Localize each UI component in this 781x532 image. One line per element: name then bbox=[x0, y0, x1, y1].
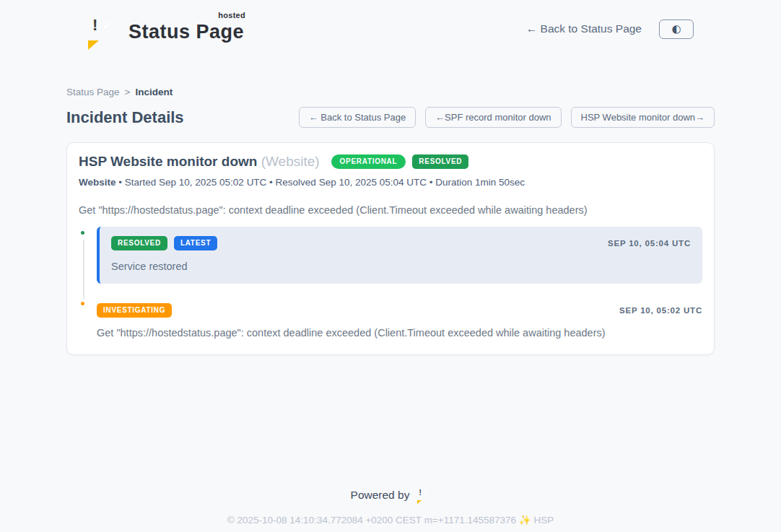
breadcrumb-status-page[interactable]: Status Page bbox=[66, 87, 120, 97]
timeline-timestamp: SEP 10, 05:02 UTC bbox=[619, 306, 702, 315]
timeline-latest-badge: LATEST bbox=[174, 236, 217, 250]
copyright-line: © 2025-10-08 14:10:34.772084 +0200 CEST … bbox=[0, 514, 781, 526]
mini-checkmark-icon: ✓ bbox=[424, 491, 429, 497]
powered-by-label: Powered by bbox=[351, 489, 410, 502]
title-row: Incident Details ← Back to Status Page ←… bbox=[66, 107, 715, 128]
incident-card: HSP Website monitor down (Website) OPERA… bbox=[66, 142, 715, 355]
copyright-suffix: HSP bbox=[533, 515, 554, 526]
timeline-rail bbox=[83, 240, 84, 307]
incident-nav-buttons: ← Back to Status Page ←SPF record monito… bbox=[299, 107, 715, 128]
mini-exclamation-icon: ! bbox=[419, 489, 421, 497]
logo-text: Status Pagehosted bbox=[128, 15, 244, 43]
footer: Powered by ! ✓ © 2025-10-08 14:10:34.772… bbox=[0, 488, 781, 526]
incident-title-row: HSP Website monitor down (Website) OPERA… bbox=[79, 154, 702, 170]
breadcrumb: Status Page>Incident bbox=[66, 87, 715, 97]
timeline-resolved-badge: RESOLVED bbox=[111, 236, 167, 250]
exclamation-icon: ! bbox=[92, 17, 97, 33]
meta-details: • Started Sep 10, 2025 05:02 UTC • Resol… bbox=[116, 177, 525, 188]
timeline-message: Service restored bbox=[111, 261, 691, 272]
incident-description: Get "https://hostedstatus.page": context… bbox=[79, 204, 702, 216]
page-title: Incident Details bbox=[66, 108, 184, 127]
next-incident-button[interactable]: HSP Website monitor down→ bbox=[571, 107, 715, 128]
checkmark-icon: ✓ bbox=[102, 19, 113, 32]
logo-hosted-label: hosted bbox=[218, 11, 245, 19]
header-right: ← Back to Status Page ◐ bbox=[526, 19, 694, 39]
operational-status-badge: OPERATIONAL bbox=[331, 154, 406, 169]
logo-bubble-tail bbox=[88, 40, 99, 50]
resolved-state-badge: RESOLVED bbox=[412, 154, 468, 169]
main-content: Status Page>Incident Incident Details ← … bbox=[66, 87, 715, 355]
breadcrumb-separator: > bbox=[125, 87, 131, 97]
status-page-mini-logo-icon[interactable]: ! ✓ bbox=[416, 488, 430, 502]
prev-incident-button[interactable]: ←SPF record monitor down bbox=[425, 107, 561, 128]
entry-head: RESOLVED LATEST SEP 10, 05:04 UTC bbox=[111, 236, 691, 250]
theme-contrast-icon: ◐ bbox=[671, 24, 681, 35]
incident-title: HSP Website monitor down (Website) bbox=[79, 154, 320, 170]
copyright-text: © 2025-10-08 14:10:34.772084 +0200 CEST … bbox=[227, 515, 516, 526]
mini-logo-tail bbox=[417, 500, 422, 504]
status-page-logo-icon: ! ✓ bbox=[85, 14, 119, 44]
header: ! ✓ Status Pagehosted ← Back to Status P… bbox=[0, 0, 781, 49]
timeline-dot-resolved bbox=[78, 228, 87, 237]
timeline-message: Get "https://hostedstatus.page": context… bbox=[97, 327, 702, 339]
header-back-to-status-page-link[interactable]: ← Back to Status Page bbox=[526, 22, 642, 35]
timeline-entry-resolved: RESOLVED LATEST SEP 10, 05:04 UTC Servic… bbox=[97, 227, 702, 284]
powered-by: Powered by ! ✓ bbox=[351, 488, 431, 502]
entry-head: INVESTIGATING SEP 10, 05:02 UTC bbox=[97, 303, 702, 318]
incident-timeline: RESOLVED LATEST SEP 10, 05:04 UTC Servic… bbox=[79, 227, 702, 339]
timeline-entry-investigating: INVESTIGATING SEP 10, 05:02 UTC Get "htt… bbox=[97, 303, 702, 339]
status-page-logo[interactable]: ! ✓ Status Pagehosted bbox=[85, 14, 244, 44]
meta-component: Website bbox=[79, 177, 116, 188]
incident-meta: Website • Started Sep 10, 2025 05:02 UTC… bbox=[79, 177, 702, 188]
timeline-timestamp: SEP 10, 05:04 UTC bbox=[608, 239, 691, 248]
incident-component-label: (Website) bbox=[261, 154, 320, 169]
breadcrumb-incident: Incident bbox=[135, 87, 173, 97]
sparkles-icon: ✨ bbox=[519, 515, 531, 526]
theme-toggle-button[interactable]: ◐ bbox=[659, 19, 694, 39]
back-to-status-page-button[interactable]: ← Back to Status Page bbox=[299, 107, 416, 128]
timeline-investigating-badge: INVESTIGATING bbox=[97, 303, 172, 318]
timeline-dot-investigating bbox=[78, 299, 87, 308]
